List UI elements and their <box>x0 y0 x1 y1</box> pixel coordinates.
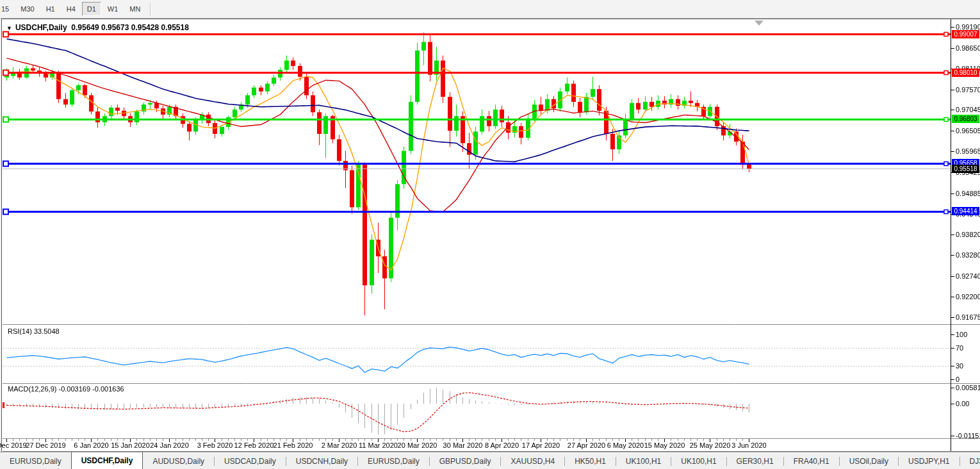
hline-price-badge: 0.99007 <box>952 30 979 38</box>
price-axis-label: 0.93280 <box>956 251 980 259</box>
macd-axis-label: 0.005818 <box>956 384 980 391</box>
date-axis-label: 6 Jan 2020 <box>74 441 108 449</box>
hline-price-badge: 0.98010 <box>952 69 979 77</box>
macd-indicator-label: MACD(12,26,9) -0.003169 -0.001636 <box>8 385 124 393</box>
chart-tab-bar: EURUSD,DailyUSDCHF,DailyAUDUSD,DailyUSDC… <box>0 452 980 469</box>
date-axis-label: 15 May 2020 <box>644 441 685 449</box>
macd-axis-label: 0.00 <box>956 400 969 407</box>
rsi-axis-label: 70 <box>956 344 963 352</box>
date-axis-label: 18 Dec 2019 <box>0 441 27 449</box>
date-axis-label: 24 Jan 2020 <box>150 441 189 449</box>
hline-price-badge: 0.94414 <box>952 207 979 215</box>
price-axis-label: 0.94885 <box>956 190 980 197</box>
chart-tab-usdjpy-h1[interactable]: USDJPY,H1 <box>899 452 959 469</box>
chart-tab-ger30-h1[interactable]: GER30,H1 <box>727 452 783 469</box>
price-axis-label: 0.97570 <box>956 86 980 94</box>
price-axis-label: 0.92740 <box>956 272 980 280</box>
date-axis-label: 30 Mar 2020 <box>443 441 483 449</box>
collapse-arrow-icon[interactable]: ▼ <box>6 25 12 31</box>
current-price-badge: 0.95518 <box>952 165 979 173</box>
ohlc-close: 0.95518 <box>161 23 188 32</box>
price-axis-label: 0.91675 <box>956 313 980 321</box>
chart-tab-eurusd-daily[interactable]: EURUSD,Daily <box>358 452 429 469</box>
ohlc-open: 0.95649 <box>71 23 99 32</box>
chart-tab-xauusd-h4[interactable]: XAUUSD,H4 <box>501 452 564 469</box>
chart-canvas[interactable] <box>0 0 980 469</box>
date-axis-label: 12 Feb 2020 <box>234 441 274 449</box>
price-axis-label: 0.95965 <box>956 147 980 155</box>
macd-axis-label: -0.011514 <box>956 432 980 440</box>
chart-tabs: EURUSD,DailyUSDCHF,DailyAUDUSD,DailyUSDC… <box>0 452 980 469</box>
chart-tab-audusd-daily[interactable]: AUDUSD,Daily <box>143 452 214 469</box>
chart-tab-hk50-h1[interactable]: HK50,H1 <box>565 452 616 469</box>
chart-tab-usdcnh-daily[interactable]: USDCNH,Daily <box>286 452 357 469</box>
chart-tab-fra40-h1[interactable]: FRA40,H1 <box>784 452 839 469</box>
rsi-axis-label: 30 <box>956 362 963 370</box>
chart-tab-usoil-daily[interactable]: USOil,Daily <box>840 452 898 469</box>
date-axis-label: 27 Apr 2020 <box>568 441 605 449</box>
chart-symbol: USDCHF,Daily <box>15 23 67 32</box>
chart-title: ▼USDCHF,Daily 0.95649 0.95673 0.95428 0.… <box>6 23 189 32</box>
rsi-indicator-label: RSI(14) 33.5048 <box>8 327 60 335</box>
chart-tab-uk100-h1[interactable]: UK100,H1 <box>616 452 671 469</box>
trading-app-window: 15M30H1H4D1W1MN ▼USDCHF,Daily 0.95649 0.… <box>0 0 980 469</box>
price-axis-label: 0.97045 <box>956 106 980 113</box>
date-axis-label: 3 Feb 2020 <box>197 441 233 449</box>
date-axis-label: 27 Dec 2019 <box>26 441 65 449</box>
date-axis-label: 8 Apr 2020 <box>485 441 519 449</box>
price-axis-label: 0.93820 <box>956 231 980 238</box>
date-axis-label: 3 Jun 2020 <box>731 441 766 449</box>
date-axis-label: 21 Feb 2020 <box>274 441 313 449</box>
ohlc-high: 0.95673 <box>101 23 129 32</box>
date-axis-label: 2 Mar 2020 <box>322 441 357 449</box>
price-axis-label: 0.98650 <box>956 44 980 52</box>
chart-tab-usdchf-daily[interactable]: USDCHF,Daily <box>71 452 143 469</box>
chart-tab-dj30-h1[interactable]: DJ30,H1 <box>960 452 980 469</box>
rsi-axis-label: 0 <box>956 375 960 383</box>
chart-tab-uk100-h1[interactable]: UK100,H1 <box>671 452 726 469</box>
date-axis-label: 25 May 2020 <box>690 441 731 449</box>
rsi-axis-label: 100 <box>956 331 967 338</box>
date-axis-label: 11 Mar 2020 <box>359 441 398 449</box>
date-axis-label: 6 May 2020 <box>607 441 644 449</box>
chart-tab-gbpusd-daily[interactable]: GBPUSD,Daily <box>430 452 501 469</box>
date-axis-label: 17 Apr 2020 <box>522 441 560 449</box>
hline-price-badge: 0.96803 <box>952 115 979 123</box>
price-axis-label: 0.92200 <box>956 293 980 300</box>
date-axis-label: 15 Jan 2020 <box>111 441 150 449</box>
ohlc-low: 0.95428 <box>131 23 159 32</box>
chart-tab-eurusd-daily[interactable]: EURUSD,Daily <box>0 452 71 469</box>
price-axis-label: 0.96505 <box>956 127 980 135</box>
date-axis-label: 20 Mar 2020 <box>398 441 437 449</box>
chart-tab-usdcad-daily[interactable]: USDCAD,Daily <box>215 452 286 469</box>
